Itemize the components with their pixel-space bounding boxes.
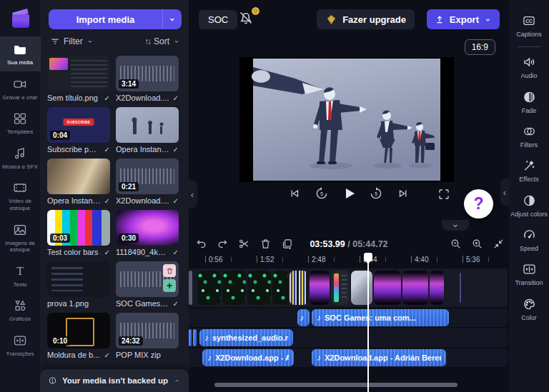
media-item: 24:32 POP MIX zip <box>116 313 179 359</box>
video-clip[interactable] <box>402 271 428 305</box>
rail-item-filters[interactable]: Filters <box>509 119 549 154</box>
check-icon: ✓ <box>101 146 110 154</box>
forward-5s-button[interactable]: 5 <box>367 184 385 203</box>
media-item-label: Sem título.png <box>47 94 101 102</box>
delete-button[interactable] <box>259 237 272 250</box>
rail-item-fade[interactable]: Fade <box>509 85 549 119</box>
video-clip[interactable] <box>290 271 308 305</box>
fullscreen-button[interactable] <box>435 185 453 203</box>
media-thumbnail[interactable] <box>47 159 110 194</box>
media-thumbnail[interactable]: 3:14 <box>116 56 179 91</box>
media-thumbnail[interactable]: 24:32 <box>116 313 179 348</box>
help-button[interactable]: ? <box>464 189 493 218</box>
left-nav-rail: Sua mídia Gravar e criar Templates Músic… <box>0 0 40 392</box>
media-backup-notice[interactable]: Your media isn't backed up <box>40 369 189 392</box>
video-clip[interactable] <box>310 271 330 305</box>
video-clip[interactable] <box>430 271 444 305</box>
zoom-in-button[interactable] <box>470 237 483 250</box>
video-clip[interactable] <box>374 271 401 305</box>
sort-button[interactable]: ↑↓ Sort <box>144 35 180 48</box>
rail-item-transition[interactable]: Transition <box>509 257 549 291</box>
notifications-muted-button[interactable] <box>237 9 259 31</box>
video-clip[interactable] <box>331 271 350 305</box>
rail-item-speed[interactable]: Speed <box>509 223 549 257</box>
video-preview[interactable] <box>239 57 454 182</box>
sidebar-item-musica-e-sfx[interactable]: Música e SFX <box>0 141 41 176</box>
media-item: 3:14 X2Download....✓ <box>116 56 179 102</box>
delete-media-button[interactable] <box>163 264 176 277</box>
media-thumbnail[interactable]: 0:21 <box>116 159 179 194</box>
media-thumbnail[interactable] <box>116 107 179 143</box>
redo-button[interactable] <box>216 237 229 250</box>
import-media-split-button: Import media <box>49 9 182 29</box>
sidebar-item-graficos[interactable]: Gráficos <box>0 293 41 328</box>
media-thumbnail[interactable]: + <box>116 261 179 297</box>
rail-item-audio[interactable]: Audio <box>509 50 549 84</box>
import-media-button[interactable]: Import media <box>49 9 162 29</box>
audio-clip[interactable]: ♪SOC Games: uma com... <box>312 309 449 326</box>
media-thumbnail[interactable] <box>47 56 110 91</box>
upgrade-button[interactable]: Fazer upgrade <box>317 9 415 29</box>
play-button[interactable] <box>340 184 358 203</box>
divider <box>518 46 540 47</box>
rail-item-color[interactable]: Color <box>509 292 549 326</box>
sidebar-item-imagens-de-estoque[interactable]: Imagens de estoque <box>0 217 41 258</box>
check-icon: ✓ <box>169 146 179 154</box>
collapse-media-panel-button[interactable]: ‹ <box>187 180 197 208</box>
chevron-down-icon <box>484 16 492 24</box>
media-thumbnail[interactable]: SUBSCRIBE0:04 <box>47 107 110 143</box>
chevron-up-icon <box>174 376 180 386</box>
rail-item-effects[interactable]: Effects <box>509 154 549 188</box>
audio-clip[interactable] <box>193 329 197 346</box>
skip-to-end-button[interactable] <box>394 184 412 203</box>
rail-item-adjust-colors[interactable]: Adjust colors <box>509 189 549 223</box>
skip-to-start-button[interactable] <box>285 184 304 203</box>
media-thumbnail[interactable]: 0:03 <box>47 210 110 246</box>
rewind-5s-button[interactable]: 5 <box>312 184 331 203</box>
premium-gem-badge-icon <box>251 6 260 16</box>
import-media-caret-button[interactable] <box>162 9 182 29</box>
video-clip[interactable] <box>272 271 288 305</box>
media-thumbnail[interactable]: 0:30 <box>116 210 179 246</box>
duplicate-button[interactable] <box>280 237 293 250</box>
audio-clip[interactable]: ♪X2Download.app - Adrián Berengu <box>312 349 446 366</box>
gem-icon <box>325 14 337 26</box>
aspect-ratio-button[interactable]: 16:9 <box>465 39 495 55</box>
sidebar-item-video-de-estoque[interactable]: Vídeo de estoque <box>0 175 41 216</box>
sidebar-item-transicoes[interactable]: Transições <box>0 328 41 363</box>
project-title[interactable]: SOC <box>199 10 237 29</box>
sidebar-item-templates[interactable]: Templates <box>0 106 41 141</box>
sidebar-item-gravar-e-criar[interactable]: Gravar e criar <box>0 71 41 106</box>
audio-clip[interactable]: ♪ <box>297 309 310 326</box>
sidebar-item-texto[interactable]: T Texto <box>0 258 41 293</box>
video-clip[interactable] <box>247 271 271 305</box>
preview-collapse-tab[interactable] <box>442 220 469 231</box>
audio-clip[interactable] <box>189 329 192 346</box>
audio-clip[interactable]: ♪X2Download.app - Adr <box>202 349 294 366</box>
folder-icon <box>13 42 27 56</box>
media-thumbnail[interactable]: 0:10 <box>47 313 110 348</box>
add-to-timeline-button[interactable]: + <box>163 279 176 292</box>
video-clip[interactable] <box>222 271 246 305</box>
collapse-properties-panel-button[interactable]: ‹ <box>500 179 509 206</box>
video-clip[interactable] <box>197 271 221 305</box>
trash-icon <box>166 267 174 275</box>
video-clip[interactable] <box>351 271 372 305</box>
filter-button[interactable]: Filter <box>50 35 94 48</box>
audio-clip[interactable]: ♪synthesized_audio.mp3 <box>199 329 293 346</box>
zoom-to-fit-button[interactable] <box>492 237 505 250</box>
playback-controls: 5 5 <box>189 184 509 208</box>
media-thumbnail[interactable] <box>47 261 110 297</box>
ruler-tick-label: 3:44 <box>363 256 377 263</box>
timeline-scrollbar[interactable] <box>214 383 458 387</box>
undo-button[interactable] <box>194 237 207 250</box>
sidebar-item-sua-midia[interactable]: Sua mídia <box>0 36 41 71</box>
total-time: 05:44.72 <box>352 239 387 249</box>
check-icon: ✓ <box>169 300 179 308</box>
rail-item-captions[interactable]: CC Captions <box>509 9 549 43</box>
zoom-out-button[interactable] <box>449 237 462 250</box>
export-button[interactable]: Export <box>427 9 500 29</box>
timeline-ruler[interactable]: 0:56 1:52 2:48 3:44 4:40 5:36 <box>189 253 509 268</box>
split-button[interactable] <box>237 237 250 250</box>
video-clip[interactable] <box>189 271 192 305</box>
